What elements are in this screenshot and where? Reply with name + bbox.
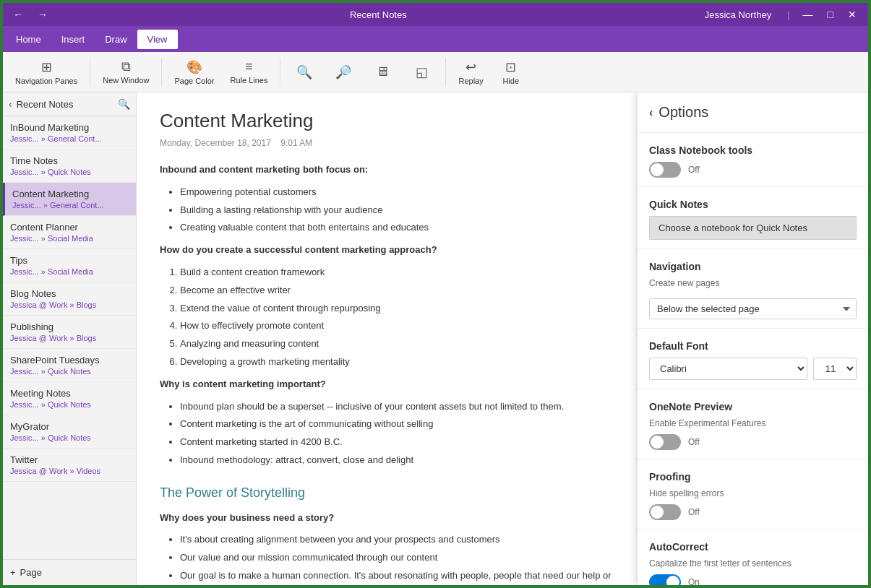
sidebar-item-publishing[interactable]: Publishing Jessica @ Work » Blogs [3,316,136,349]
menu-view[interactable]: View [137,30,178,49]
note-numbered: Build a content creation framework [180,265,614,280]
sidebar-item-inbound-marketing[interactable]: InBound Marketing Jessic... » General Co… [3,116,136,150]
toggle-thumb [666,576,679,585]
options-back-button[interactable]: ‹ [649,106,653,119]
sidebar-item-sub: Jessic... » Quick Notes [10,400,129,409]
note-subheading: The Power of Storytelling [160,483,614,503]
close-button[interactable]: ✕ [842,7,862,22]
new-window-button[interactable]: ⧉ New Window [96,55,155,90]
sidebar-item-title: MyGrator [10,421,129,432]
window-title: Recent Notes [52,9,705,20]
sidebar-item-sub: Jessica @ Work » Videos [10,467,129,475]
class-notebook-section: Class Notebook tools Off [638,133,868,187]
class-notebook-toggle-label: Off [688,165,700,175]
add-page-icon: + [10,567,16,578]
font-size-select[interactable]: 8 9 10 11 12 14 [813,358,857,380]
sidebar-item-title: Content Planner [10,222,129,233]
page-color-icon: 🎨 [186,59,202,75]
navigation-dropdown[interactable]: Below the selected page At the end of th… [649,298,857,319]
toggle-thumb [651,506,664,519]
note-numbered: Extend the value of content through repu… [180,301,614,316]
font-family-select[interactable]: Calibri Arial Times New Roman [649,358,807,380]
sidebar: ‹ Recent Notes 🔍 InBound Marketing Jessi… [3,92,137,585]
autocorrect-toggle[interactable] [649,574,681,585]
proofing-sub: Hide spelling errors [649,488,857,498]
add-page-button[interactable]: + Page [3,559,136,585]
sidebar-item-content-marketing[interactable]: Content Marketing Jessic... » General Co… [3,183,136,216]
zoom-out-icon: 🔍 [296,64,312,80]
sidebar-title: Recent Notes [17,99,113,110]
onenote-preview-toggle-label: Off [688,437,700,447]
options-header: ‹ Options [638,92,868,133]
add-page-label: Page [20,567,42,578]
replay-label: Replay [458,77,483,85]
sidebar-item-meeting-notes[interactable]: Meeting Notes Jessic... » Quick Notes [3,382,136,415]
sidebar-item-sub: Jessic... » Quick Notes [10,367,129,376]
class-notebook-toggle[interactable] [649,162,681,178]
quick-notes-title: Quick Notes [649,199,857,210]
proofing-toggle-label: Off [688,507,700,517]
onenote-preview-toggle[interactable] [649,434,681,450]
sidebar-item-title: Meeting Notes [10,388,129,399]
menu-home[interactable]: Home [6,30,51,49]
new-window-label: New Window [103,76,149,85]
page-color-button[interactable]: 🎨 Page Color [168,55,220,90]
maximize-button[interactable]: □ [822,7,839,22]
rule-lines-button[interactable]: ≡ Rule Lines [223,55,274,90]
sidebar-item-time-notes[interactable]: Time Notes Jessic... » Quick Notes [3,150,136,183]
menu-insert[interactable]: Insert [51,30,95,49]
navigation-sub: Create new pages [649,278,857,288]
onenote-preview-section: OneNote Preview Enable Experimental Feat… [638,389,868,459]
minimize-button[interactable]: — [797,7,819,22]
note-bullet2: Content marketing started in 4200 B.C. [180,435,614,450]
sidebar-item-sub: Jessic... » Social Media [10,267,129,276]
sidebar-item-sub: Jessica @ Work » Blogs [10,334,129,342]
new-window-icon: ⧉ [121,59,131,74]
sidebar-item-sub: Jessica @ Work » Blogs [10,301,129,309]
autocorrect-sub: Capitalize the first letter of sentences [649,558,857,568]
toggle-thumb [651,436,664,449]
choose-notebook-button[interactable]: Choose a notebook for Quick Notes [649,216,857,240]
hide-button[interactable]: ⊡ Hide [493,55,529,90]
proofing-section: Proofing Hide spelling errors Off [638,459,868,529]
sidebar-item-mygrator[interactable]: MyGrator Jessic... » Quick Notes [3,415,136,449]
note-bullet3: Our value and our mission communicated t… [180,550,614,566]
toggle-thumb [651,163,664,176]
sidebar-item-blog-notes[interactable]: Blog Notes Jessica @ Work » Blogs [3,282,136,316]
sidebar-item-content-planner[interactable]: Content Planner Jessic... » Social Media [3,216,136,249]
onenote-preview-title: OneNote Preview [649,401,857,412]
sidebar-item-sharepoint[interactable]: SharePoint Tuesdays Jessic... » Quick No… [3,349,136,382]
hide-icon: ⊡ [505,59,516,75]
navigation-panes-icon: ⊞ [41,59,52,75]
sidebar-item-title: SharePoint Tuesdays [10,355,129,366]
onenote-preview-sub: Enable Experimental Features [649,418,857,428]
forward-button[interactable]: → [33,7,52,22]
sidebar-item-title: Tips [10,255,129,266]
note-question3: Why does your business need a story? [160,512,334,523]
page-width-button[interactable]: ◱ [403,55,439,90]
hide-label: Hide [502,77,519,85]
full-page-button[interactable]: 🖥 [364,55,400,90]
navigation-section: Navigation Create new pages Below the se… [638,249,868,329]
note-content[interactable]: Content Marketing Monday, December 18, 2… [137,92,637,585]
page-width-icon: ◱ [416,64,428,80]
full-page-icon: 🖥 [376,64,389,79]
proofing-toggle[interactable] [649,504,681,520]
sidebar-search-button[interactable]: 🔍 [118,98,130,110]
sidebar-item-twitter[interactable]: Twitter Jessica @ Work » Videos [3,449,136,482]
menu-draw[interactable]: Draw [95,30,137,49]
navigation-title: Navigation [649,261,857,272]
replay-button[interactable]: ↩ Replay [452,55,489,90]
back-button[interactable]: ← [9,7,27,22]
zoom-in-button[interactable]: 🔎 [325,55,361,90]
navigation-panes-button[interactable]: ⊞ Navigation Panes [9,55,84,90]
quick-notes-section: Quick Notes Choose a notebook for Quick … [638,187,868,249]
sidebar-item-tips[interactable]: Tips Jessic... » Social Media [3,249,136,282]
sidebar-header: ‹ Recent Notes 🔍 [3,92,136,116]
zoom-out-button[interactable]: 🔍 [286,55,322,90]
sidebar-back-button[interactable]: ‹ [9,98,12,110]
note-question1: How do you create a successful content m… [160,244,437,255]
note-bullet2: Inbound methodology: attract, convert, c… [180,453,614,468]
user-name: Jessica Northey [705,9,771,20]
rule-lines-label: Rule Lines [230,76,267,85]
